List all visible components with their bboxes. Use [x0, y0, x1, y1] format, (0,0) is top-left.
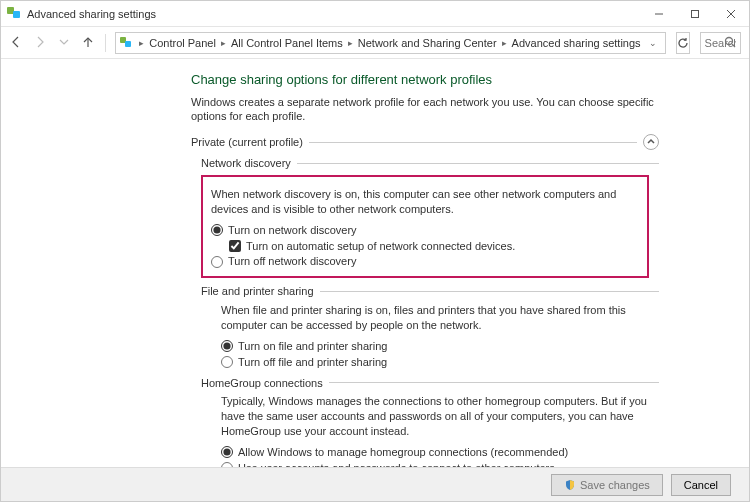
radio-input[interactable]	[211, 224, 223, 236]
radio-fps-on[interactable]: Turn on file and printer sharing	[221, 339, 659, 354]
divider	[320, 291, 659, 292]
content-area: Change sharing options for different net…	[1, 59, 749, 467]
chevron-right-icon[interactable]: ▸	[138, 38, 145, 48]
breadcrumb[interactable]: All Control Panel Items	[229, 37, 345, 49]
navbar: ▸ Control Panel ▸ All Control Panel Item…	[1, 27, 749, 59]
section-label: Private (current profile)	[191, 135, 303, 150]
address-bar[interactable]: ▸ Control Panel ▸ All Control Panel Item…	[115, 32, 665, 54]
radio-fps-off[interactable]: Turn off file and printer sharing	[221, 355, 659, 370]
radio-hg-allow[interactable]: Allow Windows to manage homegroup connec…	[221, 445, 659, 460]
titlebar: Advanced sharing settings	[1, 1, 749, 27]
chevron-right-icon[interactable]: ▸	[220, 38, 227, 48]
up-button[interactable]	[81, 35, 95, 51]
collapse-icon[interactable]	[643, 134, 659, 150]
radio-input[interactable]	[221, 446, 233, 458]
window-title: Advanced sharing settings	[27, 8, 156, 20]
chevron-right-icon[interactable]: ▸	[347, 38, 354, 48]
option-label: Allow Windows to manage homegroup connec…	[238, 445, 568, 460]
recent-dropdown[interactable]	[57, 35, 71, 51]
control-panel-icon	[7, 7, 21, 21]
address-dropdown[interactable]: ⌄	[645, 38, 661, 48]
option-label: Turn on file and printer sharing	[238, 339, 387, 354]
option-label: Turn on automatic setup of network conne…	[246, 239, 515, 254]
search-box[interactable]	[700, 32, 741, 54]
radio-input[interactable]	[221, 356, 233, 368]
radio-input[interactable]	[211, 256, 223, 268]
search-icon[interactable]	[724, 36, 736, 50]
svg-point-5	[726, 37, 733, 44]
divider	[329, 382, 659, 383]
checkbox-input[interactable]	[229, 240, 241, 252]
refresh-button[interactable]	[676, 32, 690, 54]
close-button[interactable]	[713, 1, 749, 27]
divider	[309, 142, 637, 143]
option-label: Turn off network discovery	[228, 254, 356, 269]
button-label: Save changes	[580, 479, 650, 491]
subsection-file-printer-sharing: File and printer sharing	[201, 284, 659, 299]
radio-input[interactable]	[221, 340, 233, 352]
subsection-label: Network discovery	[201, 156, 291, 171]
radio-discovery-on[interactable]: Turn on network discovery	[211, 223, 639, 238]
radio-discovery-off[interactable]: Turn off network discovery	[211, 254, 639, 269]
option-label: Turn on network discovery	[228, 223, 357, 238]
subsection-label: File and printer sharing	[201, 284, 314, 299]
cancel-button[interactable]: Cancel	[671, 474, 731, 496]
page-heading: Change sharing options for different net…	[191, 71, 659, 89]
forward-button	[33, 35, 47, 51]
page-intro: Windows creates a separate network profi…	[191, 95, 659, 125]
subsection-network-discovery: Network discovery	[201, 156, 659, 171]
subsection-label: HomeGroup connections	[201, 376, 323, 391]
svg-line-6	[732, 44, 735, 47]
back-button[interactable]	[9, 35, 23, 51]
option-label: Turn off file and printer sharing	[238, 355, 387, 370]
checkbox-auto-setup[interactable]: Turn on automatic setup of network conne…	[229, 239, 639, 254]
control-panel-icon	[120, 36, 134, 50]
chevron-right-icon[interactable]: ▸	[501, 38, 508, 48]
subsection-homegroup: HomeGroup connections	[201, 376, 659, 391]
description-text: When file and printer sharing is on, fil…	[221, 303, 659, 333]
shield-icon	[564, 479, 576, 491]
button-label: Cancel	[684, 479, 718, 491]
maximize-button[interactable]	[677, 1, 713, 27]
breadcrumb[interactable]: Advanced sharing settings	[510, 37, 643, 49]
footer-bar: Save changes Cancel	[1, 467, 749, 501]
description-text: When network discovery is on, this compu…	[211, 187, 639, 217]
breadcrumb[interactable]: Network and Sharing Center	[356, 37, 499, 49]
minimize-button[interactable]	[641, 1, 677, 27]
svg-rect-1	[692, 10, 699, 17]
description-text: Typically, Windows manages the connectio…	[221, 394, 659, 439]
section-private[interactable]: Private (current profile)	[191, 134, 659, 150]
divider	[297, 163, 659, 164]
highlighted-region: When network discovery is on, this compu…	[201, 175, 649, 278]
save-changes-button[interactable]: Save changes	[551, 474, 663, 496]
breadcrumb[interactable]: Control Panel	[147, 37, 218, 49]
